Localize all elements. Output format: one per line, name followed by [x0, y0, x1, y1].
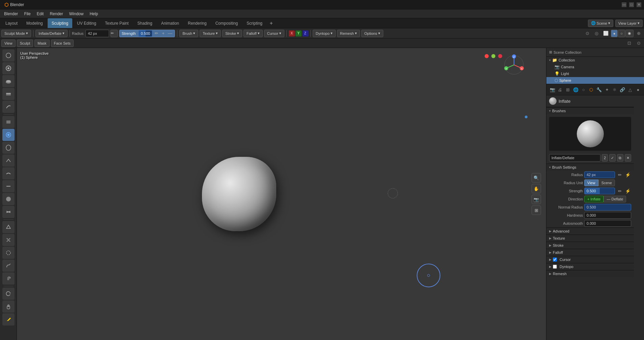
strength-edit-btn[interactable]: ✏: [154, 31, 159, 36]
data-props-btn[interactable]: △: [627, 86, 634, 94]
brush-settings-section-header[interactable]: ▾ Brush Settings: [546, 164, 634, 171]
radius-unit-scene-btn[interactable]: Scene: [598, 179, 615, 186]
tab-layout[interactable]: Layout: [1, 18, 22, 28]
tree-sphere[interactable]: ⬡ Sphere: [546, 77, 644, 84]
crease-tool[interactable]: [2, 154, 15, 167]
pan-btn[interactable]: ✋: [532, 184, 541, 193]
brush-name-btn[interactable]: Inflate/Deflate ▾: [35, 30, 68, 37]
dyntopo-checkbox[interactable]: [553, 265, 557, 269]
menu-help[interactable]: Help: [87, 11, 101, 17]
overlay-btn[interactable]: ◎: [593, 29, 601, 38]
strength-driver-btn[interactable]: ⚡: [624, 188, 631, 194]
dyntopo-section[interactable]: ▶ Dyntopo: [546, 263, 634, 270]
tab-texture-paint[interactable]: Texture Paint: [101, 18, 133, 28]
fill-tool[interactable]: [2, 193, 15, 205]
dyntopo-dropdown[interactable]: Dyntopo▾: [313, 30, 336, 37]
annotate-tool[interactable]: [2, 313, 15, 325]
falloff-dropdown[interactable]: Falloff▾: [243, 30, 263, 37]
particles-props-btn[interactable]: ✦: [604, 86, 610, 94]
inflate-direction-btn[interactable]: + Inflate: [584, 196, 603, 202]
brushes-section-header[interactable]: ▾ Brushes: [546, 107, 634, 114]
brush-copy-btn[interactable]: ⧉: [617, 154, 623, 162]
inflate-tool active[interactable]: [2, 129, 15, 141]
menu-file[interactable]: File: [21, 11, 33, 17]
thumb-tool[interactable]: [2, 272, 15, 285]
cursor-checkbox[interactable]: [553, 258, 557, 262]
viewport-shading-btn[interactable]: ⊙: [584, 29, 592, 38]
remesh-section[interactable]: ▶ Remesh: [546, 270, 634, 277]
view-layer-props-btn[interactable]: ⊞: [565, 86, 571, 94]
viewport[interactable]: User Perspective (1) Sphere Z X: [17, 48, 546, 340]
tab-modeling[interactable]: Modeling: [22, 18, 47, 28]
strength-minus-btn[interactable]: —: [167, 31, 173, 36]
gizmo-btn[interactable]: ⊕: [635, 29, 643, 38]
menu-render[interactable]: Render: [47, 11, 66, 17]
brush-delete-btn[interactable]: ✕: [625, 154, 631, 162]
rendered-shading-btn[interactable]: ◉: [625, 30, 634, 37]
draw-sharp-tool[interactable]: [2, 62, 15, 74]
layer-tool[interactable]: [2, 116, 15, 128]
modifier-props-btn[interactable]: 🔧: [596, 86, 602, 94]
normal-radius-value[interactable]: 0.500: [584, 204, 631, 211]
add-workspace-button[interactable]: +: [267, 19, 275, 27]
tab-uv-editing[interactable]: UV Editing: [73, 18, 100, 28]
radius-prop-value[interactable]: 42 px: [584, 171, 615, 178]
strength-control[interactable]: Strength 0.500 ✏ + —: [119, 30, 175, 37]
autosmooth-value[interactable]: 0.000: [584, 220, 631, 227]
xray-btn[interactable]: ⬜: [602, 29, 610, 38]
menu-edit[interactable]: Edit: [34, 11, 47, 17]
tab-compositing[interactable]: Compositing: [211, 18, 242, 28]
proportional-edit-btn[interactable]: ⊙: [635, 39, 643, 47]
menu-window[interactable]: Window: [67, 11, 86, 17]
z-axis-btn[interactable]: Z: [302, 30, 308, 37]
options-dropdown[interactable]: Options▾: [361, 30, 383, 37]
output-props-btn[interactable]: 🖨: [557, 86, 563, 94]
physics-props-btn[interactable]: ⚛: [612, 86, 618, 94]
y-axis-btn[interactable]: Y: [295, 30, 302, 37]
deflate-direction-btn[interactable]: — Deflate: [603, 196, 626, 202]
viewport-gizmo[interactable]: Z X Y: [502, 53, 526, 78]
radius-lock-btn[interactable]: ✏: [110, 30, 118, 37]
radius-driver-btn[interactable]: ⚡: [624, 171, 631, 178]
grid-btn[interactable]: ⊞: [532, 205, 541, 215]
clay-tool[interactable]: [2, 75, 15, 87]
scene-selector[interactable]: 🌐 Scene ▾: [588, 20, 613, 27]
strength-prop-value[interactable]: 0.500: [584, 188, 615, 194]
snake-hook-tool[interactable]: [2, 260, 15, 272]
view-menu-btn[interactable]: View: [1, 40, 16, 47]
close-button[interactable]: ✕: [637, 2, 641, 7]
texture-section[interactable]: ▶ Texture: [546, 235, 634, 242]
tab-scripting[interactable]: Scripting: [242, 18, 266, 28]
maximize-button[interactable]: □: [629, 2, 634, 7]
scrape-tool[interactable]: [2, 206, 15, 218]
tree-light[interactable]: 💡 Light: [546, 70, 644, 77]
object-props-btn[interactable]: ⬡: [588, 86, 594, 94]
solid-shading-btn[interactable]: ●: [611, 30, 618, 37]
tree-camera[interactable]: 📷 Camera: [546, 64, 644, 70]
world-props-btn[interactable]: ○: [580, 86, 587, 94]
rotate-tool[interactable]: [2, 288, 15, 300]
brush-name-input[interactable]: [549, 154, 600, 162]
stroke-section[interactable]: ▶ Stroke: [546, 242, 634, 249]
cursor-dropdown[interactable]: Cursor▾: [264, 30, 284, 37]
smooth-tool[interactable]: [2, 167, 15, 179]
face-sets-menu-btn[interactable]: Face Sets: [51, 40, 74, 47]
minimize-button[interactable]: —: [622, 2, 626, 7]
blob-tool[interactable]: [2, 142, 15, 154]
tab-shading[interactable]: Shading: [133, 18, 156, 28]
advanced-section[interactable]: ▶ Advanced: [546, 227, 634, 235]
clay-thumb-tool[interactable]: [2, 101, 15, 113]
pinch-tool[interactable]: [2, 234, 15, 246]
menu-blender[interactable]: Blender: [1, 11, 21, 17]
flatten-tool[interactable]: [2, 180, 15, 192]
cursor-section[interactable]: ▶ Cursor: [546, 256, 634, 263]
tree-collection[interactable]: ▾ 📁 Collection: [546, 57, 644, 64]
scene-props-btn[interactable]: 🌐: [572, 86, 579, 94]
camera-btn[interactable]: 📷: [532, 195, 541, 204]
stroke-dropdown[interactable]: Stroke▾: [222, 30, 242, 37]
elastic-tool[interactable]: [2, 247, 15, 259]
hardness-value[interactable]: 0.000: [584, 212, 631, 219]
brush-dropdown[interactable]: Brush▾: [179, 30, 198, 37]
clay-strips-tool[interactable]: [2, 88, 15, 100]
mask-menu-btn[interactable]: Mask: [34, 40, 49, 47]
